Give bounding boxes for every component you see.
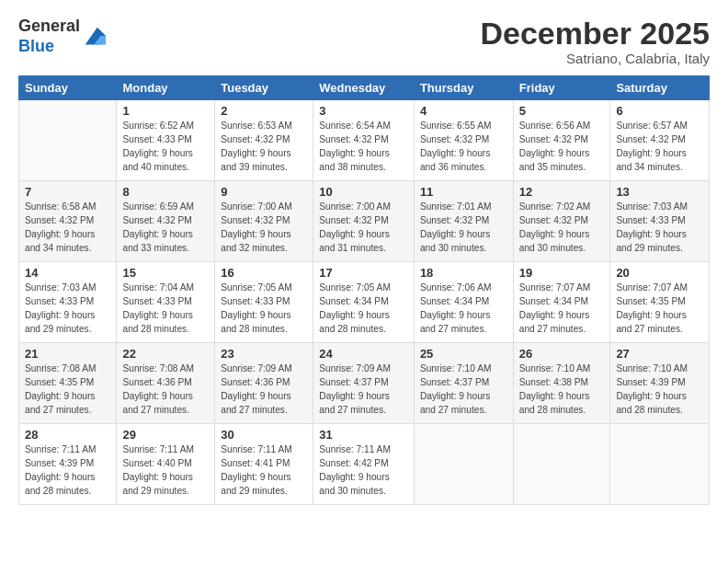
- day-info: Sunrise: 7:01 AMSunset: 4:32 PMDaylight:…: [420, 201, 507, 255]
- day-cell: 21Sunrise: 7:08 AMSunset: 4:35 PMDayligh…: [19, 343, 117, 424]
- col-header-wednesday: Wednesday: [313, 76, 415, 100]
- day-number: 28: [25, 428, 110, 442]
- week-row-4: 21Sunrise: 7:08 AMSunset: 4:35 PMDayligh…: [19, 343, 710, 424]
- day-number: 15: [122, 266, 209, 280]
- day-info: Sunrise: 7:08 AMSunset: 4:35 PMDaylight:…: [25, 362, 110, 417]
- day-info: Sunrise: 7:10 AMSunset: 4:39 PMDaylight:…: [616, 362, 703, 417]
- day-info: Sunrise: 7:06 AMSunset: 4:34 PMDaylight:…: [420, 282, 507, 336]
- day-cell: [513, 424, 610, 505]
- day-cell: 25Sunrise: 7:10 AMSunset: 4:37 PMDayligh…: [414, 343, 513, 424]
- day-info: Sunrise: 7:03 AMSunset: 4:33 PMDaylight:…: [616, 201, 703, 255]
- day-number: 26: [519, 347, 605, 361]
- day-cell: 27Sunrise: 7:10 AMSunset: 4:39 PMDayligh…: [610, 343, 710, 424]
- day-info: Sunrise: 7:02 AMSunset: 4:32 PMDaylight:…: [519, 201, 605, 255]
- day-info: Sunrise: 7:10 AMSunset: 4:38 PMDaylight:…: [519, 362, 605, 417]
- calendar-header-row: SundayMondayTuesdayWednesdayThursdayFrid…: [19, 76, 710, 100]
- day-cell: 6Sunrise: 6:57 AMSunset: 4:32 PMDaylight…: [610, 100, 710, 181]
- day-number: 25: [420, 347, 507, 361]
- location: Satriano, Calabria, Italy: [480, 51, 710, 66]
- day-number: 4: [420, 104, 507, 118]
- logo: General Blue: [18, 17, 108, 56]
- day-info: Sunrise: 7:10 AMSunset: 4:37 PMDaylight:…: [420, 362, 507, 417]
- col-header-saturday: Saturday: [610, 76, 710, 100]
- day-number: 20: [616, 266, 703, 280]
- day-info: Sunrise: 7:11 AMSunset: 4:41 PMDaylight:…: [221, 443, 307, 498]
- week-row-1: 1Sunrise: 6:52 AMSunset: 4:33 PMDaylight…: [19, 100, 710, 181]
- day-number: 1: [122, 104, 209, 118]
- day-info: Sunrise: 7:09 AMSunset: 4:37 PMDaylight:…: [319, 362, 408, 417]
- day-cell: [414, 424, 513, 505]
- week-row-2: 7Sunrise: 6:58 AMSunset: 4:32 PMDaylight…: [19, 181, 710, 262]
- logo-text-general: General: [18, 17, 80, 35]
- day-cell: 14Sunrise: 7:03 AMSunset: 4:33 PMDayligh…: [19, 262, 117, 343]
- day-cell: 18Sunrise: 7:06 AMSunset: 4:34 PMDayligh…: [414, 262, 513, 343]
- day-cell: 15Sunrise: 7:04 AMSunset: 4:33 PMDayligh…: [117, 262, 215, 343]
- day-cell: 3Sunrise: 6:54 AMSunset: 4:32 PMDaylight…: [313, 100, 415, 181]
- day-number: 10: [319, 185, 408, 199]
- day-cell: 7Sunrise: 6:58 AMSunset: 4:32 PMDaylight…: [19, 181, 117, 262]
- day-number: 19: [519, 266, 605, 280]
- logo-text-blue: Blue: [18, 37, 54, 55]
- day-cell: 8Sunrise: 6:59 AMSunset: 4:32 PMDaylight…: [117, 181, 215, 262]
- day-cell: 30Sunrise: 7:11 AMSunset: 4:41 PMDayligh…: [215, 424, 313, 505]
- day-info: Sunrise: 6:56 AMSunset: 4:32 PMDaylight:…: [519, 120, 605, 174]
- day-cell: [610, 424, 710, 505]
- day-number: 3: [319, 104, 408, 118]
- col-header-friday: Friday: [513, 76, 610, 100]
- day-number: 29: [122, 428, 209, 442]
- day-cell: 17Sunrise: 7:05 AMSunset: 4:34 PMDayligh…: [313, 262, 415, 343]
- day-cell: 16Sunrise: 7:05 AMSunset: 4:33 PMDayligh…: [215, 262, 313, 343]
- day-info: Sunrise: 6:57 AMSunset: 4:32 PMDaylight:…: [616, 120, 703, 174]
- day-number: 21: [25, 347, 110, 361]
- day-info: Sunrise: 7:05 AMSunset: 4:33 PMDaylight:…: [221, 282, 307, 336]
- day-info: Sunrise: 6:52 AMSunset: 4:33 PMDaylight:…: [122, 120, 209, 174]
- col-header-tuesday: Tuesday: [215, 76, 313, 100]
- day-number: 2: [221, 104, 307, 118]
- day-info: Sunrise: 7:00 AMSunset: 4:32 PMDaylight:…: [319, 201, 408, 255]
- day-number: 30: [221, 428, 307, 442]
- day-info: Sunrise: 7:08 AMSunset: 4:36 PMDaylight:…: [122, 362, 209, 417]
- day-number: 7: [25, 185, 110, 199]
- day-number: 18: [420, 266, 507, 280]
- day-cell: 28Sunrise: 7:11 AMSunset: 4:39 PMDayligh…: [19, 424, 117, 505]
- day-info: Sunrise: 7:03 AMSunset: 4:33 PMDaylight:…: [25, 282, 110, 336]
- day-cell: 20Sunrise: 7:07 AMSunset: 4:35 PMDayligh…: [610, 262, 710, 343]
- day-number: 12: [519, 185, 605, 199]
- day-cell: 19Sunrise: 7:07 AMSunset: 4:34 PMDayligh…: [513, 262, 610, 343]
- day-number: 23: [221, 347, 307, 361]
- day-cell: [19, 100, 117, 181]
- logo-icon: [82, 24, 108, 50]
- week-row-3: 14Sunrise: 7:03 AMSunset: 4:33 PMDayligh…: [19, 262, 710, 343]
- title-block: December 2025 Satriano, Calabria, Italy: [480, 17, 710, 66]
- day-number: 14: [25, 266, 110, 280]
- day-cell: 29Sunrise: 7:11 AMSunset: 4:40 PMDayligh…: [117, 424, 215, 505]
- month-title: December 2025: [480, 17, 710, 51]
- day-info: Sunrise: 6:53 AMSunset: 4:32 PMDaylight:…: [221, 120, 307, 174]
- day-info: Sunrise: 7:11 AMSunset: 4:39 PMDaylight:…: [25, 443, 110, 498]
- day-number: 24: [319, 347, 408, 361]
- day-number: 17: [319, 266, 408, 280]
- col-header-sunday: Sunday: [19, 76, 117, 100]
- day-info: Sunrise: 7:00 AMSunset: 4:32 PMDaylight:…: [221, 201, 307, 255]
- day-number: 27: [616, 347, 703, 361]
- day-cell: 23Sunrise: 7:09 AMSunset: 4:36 PMDayligh…: [215, 343, 313, 424]
- day-number: 9: [221, 185, 307, 199]
- day-info: Sunrise: 7:11 AMSunset: 4:42 PMDaylight:…: [319, 443, 408, 498]
- day-cell: 24Sunrise: 7:09 AMSunset: 4:37 PMDayligh…: [313, 343, 415, 424]
- col-header-monday: Monday: [117, 76, 215, 100]
- day-cell: 5Sunrise: 6:56 AMSunset: 4:32 PMDaylight…: [513, 100, 610, 181]
- day-cell: 13Sunrise: 7:03 AMSunset: 4:33 PMDayligh…: [610, 181, 710, 262]
- day-cell: 10Sunrise: 7:00 AMSunset: 4:32 PMDayligh…: [313, 181, 415, 262]
- col-header-thursday: Thursday: [414, 76, 513, 100]
- logo-block: General Blue: [18, 17, 108, 56]
- day-number: 5: [519, 104, 605, 118]
- day-number: 31: [319, 428, 408, 442]
- day-info: Sunrise: 7:07 AMSunset: 4:35 PMDaylight:…: [616, 282, 703, 336]
- day-cell: 2Sunrise: 6:53 AMSunset: 4:32 PMDaylight…: [215, 100, 313, 181]
- day-info: Sunrise: 7:05 AMSunset: 4:34 PMDaylight:…: [319, 282, 408, 336]
- day-info: Sunrise: 6:55 AMSunset: 4:32 PMDaylight:…: [420, 120, 507, 174]
- calendar-table: SundayMondayTuesdayWednesdayThursdayFrid…: [18, 75, 710, 505]
- day-number: 16: [221, 266, 307, 280]
- day-cell: 22Sunrise: 7:08 AMSunset: 4:36 PMDayligh…: [117, 343, 215, 424]
- header: General Blue December 2025 Satriano, Cal…: [18, 17, 710, 66]
